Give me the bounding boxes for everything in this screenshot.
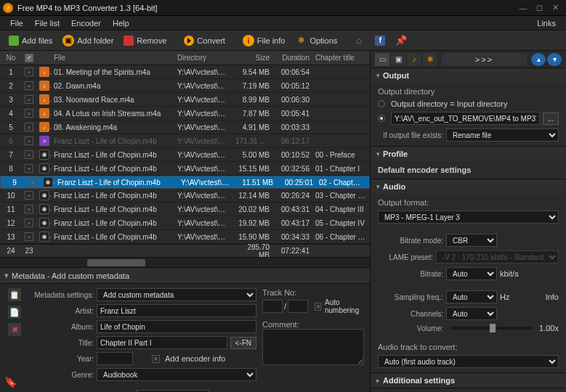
toolbar: Add files ▣Add folder Remove Convert iFi…: [0, 30, 566, 51]
bitrate-select[interactable]: Auto: [446, 267, 497, 280]
options-button[interactable]: ✻Options: [291, 33, 341, 49]
menu-file-list[interactable]: File list: [29, 19, 65, 28]
output-path-input[interactable]: [391, 112, 540, 125]
col-directory[interactable]: Directory: [174, 54, 233, 62]
output-format-select[interactable]: MP3 - MPEG-1 Layer 3: [378, 211, 559, 224]
menu-links[interactable]: Links: [531, 19, 562, 28]
table-row[interactable]: 3×♪03. Noonward Race.m4aY:\AV\vctest\m4a…: [0, 93, 370, 107]
row-checkbox[interactable]: ×: [25, 219, 33, 227]
pin-button[interactable]: 📌: [391, 33, 411, 49]
audio-track-select[interactable]: Auto (first audio track): [378, 355, 559, 368]
menu-encoder[interactable]: Encoder: [65, 19, 107, 28]
album-input[interactable]: [97, 320, 256, 333]
metadata-header[interactable]: ▾Metadata - Add custom metadata: [0, 268, 370, 284]
row-checkbox[interactable]: ×: [25, 136, 33, 145]
col-check[interactable]: ✓: [22, 53, 36, 62]
output-dir-same-radio[interactable]: [378, 100, 385, 107]
auto-numbering-checkbox[interactable]: ×: [315, 303, 321, 311]
minimize-button[interactable]: —: [515, 1, 531, 15]
fn-button[interactable]: <-FN: [230, 337, 257, 349]
file-exists-select[interactable]: Rename file: [446, 128, 559, 142]
add-files-button[interactable]: Add files: [4, 33, 57, 48]
table-row[interactable]: 8×◉Franz Liszt - Life of Chopin.m4bY:\AV…: [0, 162, 370, 176]
title-input[interactable]: [97, 336, 227, 349]
profile-section-header[interactable]: ▾Profile: [371, 147, 566, 161]
table-row[interactable]: 9×◉Franz Liszt - Life of Chopin.m4bY:\AV…: [0, 176, 370, 189]
row-checkbox[interactable]: ×: [25, 68, 33, 76]
col-chapter[interactable]: Chapter title: [312, 54, 370, 62]
panel-tab-3[interactable]: ♪: [407, 53, 421, 66]
panel-tab-4[interactable]: ✻: [423, 53, 437, 66]
clear-metadata-icon[interactable]: ✖: [8, 323, 21, 336]
table-row[interactable]: 12×◉Franz Liszt - Life of Chopin.m4bY:\A…: [0, 216, 370, 230]
horizontal-scrollbar[interactable]: [0, 257, 370, 267]
artist-input[interactable]: [97, 304, 256, 317]
year-input[interactable]: [97, 352, 133, 365]
table-row[interactable]: 13×◉Franz Liszt - Life of Chopin.m4bY:\A…: [0, 230, 370, 244]
row-checkbox[interactable]: ×: [25, 164, 33, 173]
row-checkbox[interactable]: ×: [25, 150, 33, 159]
table-row[interactable]: 7×◉Franz Liszt - Life of Chopin.m4bY:\AV…: [0, 148, 370, 162]
col-file[interactable]: File: [51, 54, 174, 62]
file-type-icon: ◉: [36, 190, 51, 200]
browse-button[interactable]: ...: [543, 113, 559, 125]
collapse-down-button[interactable]: ▾: [547, 53, 562, 66]
info-link[interactable]: Info: [546, 293, 559, 301]
table-row[interactable]: 6×≡Franz Liszt - Life of Chopin.m4bY:\AV…: [0, 134, 370, 148]
row-checkbox[interactable]: ×: [25, 109, 33, 118]
add-encoder-checkbox[interactable]: ×: [152, 355, 160, 363]
col-no[interactable]: No: [0, 54, 22, 62]
profile-value: Default encoder settings: [378, 166, 559, 174]
tag-icon[interactable]: 🔖: [4, 376, 17, 388]
row-checkbox[interactable]: ×: [25, 95, 33, 104]
file-type-icon: ♪: [36, 81, 51, 91]
file-type-icon: ♪: [36, 67, 51, 77]
volume-slider[interactable]: [450, 327, 532, 330]
info-icon: i: [243, 35, 254, 46]
panel-tab-1[interactable]: ▭: [375, 53, 389, 66]
comment-input[interactable]: [262, 329, 364, 365]
maximize-button[interactable]: ◻: [531, 1, 547, 15]
table-row[interactable]: 2×♪02. Dawn.m4aY:\AV\vctest\m4a7.19 MB00…: [0, 79, 370, 93]
track-no-input[interactable]: [262, 300, 283, 313]
paste-metadata-icon[interactable]: 📄: [8, 306, 21, 319]
close-button[interactable]: ✕: [547, 1, 563, 15]
col-duration[interactable]: Duration: [272, 54, 312, 62]
audio-section-header[interactable]: ▾Audio: [371, 179, 566, 194]
row-checkbox[interactable]: ×: [25, 232, 33, 241]
row-checkbox[interactable]: ×: [25, 81, 33, 90]
bitrate-mode-select[interactable]: CBR: [446, 234, 497, 247]
add-folder-button[interactable]: ▣Add folder: [58, 33, 118, 49]
row-checkbox[interactable]: ×: [25, 205, 33, 213]
facebook-button[interactable]: f: [371, 33, 389, 48]
row-checkbox[interactable]: ×: [25, 123, 33, 131]
menu-help[interactable]: Help: [107, 19, 135, 28]
metadata-title: Metadata - Add custom metadata: [12, 271, 129, 280]
collapse-up-button[interactable]: ▴: [531, 53, 546, 66]
metadata-settings-select[interactable]: Add custom metadata: [97, 288, 256, 301]
file-info-button[interactable]: iFile info: [238, 33, 290, 49]
track-total-input[interactable]: [288, 300, 308, 313]
col-size[interactable]: Size: [233, 54, 272, 62]
menu-file[interactable]: File: [4, 19, 29, 28]
copy-metadata-icon[interactable]: 📋: [8, 288, 21, 301]
panel-tab-2[interactable]: ▣: [391, 53, 405, 66]
home-button[interactable]: ⌂: [349, 33, 369, 49]
remove-button[interactable]: Remove: [119, 33, 171, 48]
row-checkbox[interactable]: ×: [25, 191, 33, 200]
table-row[interactable]: 1×♪01. Meeting of the Spirits.m4aY:\AV\v…: [0, 65, 370, 79]
file-type-icon: ◉: [40, 177, 54, 187]
sampling-freq-select[interactable]: Auto: [446, 290, 497, 303]
table-row[interactable]: 5×♪08. Awakening.m4aY:\AV\vctest\m4a4.91…: [0, 121, 370, 134]
channels-select[interactable]: Auto: [446, 307, 497, 320]
genre-select[interactable]: Audiobook: [97, 368, 256, 381]
output-dir-custom-radio[interactable]: [378, 115, 385, 122]
table-row[interactable]: 11×◉Franz Liszt - Life of Chopin.m4bY:\A…: [0, 203, 370, 216]
table-row[interactable]: 4×♪04. A Lotus on Irish Streams.m4aY:\AV…: [0, 107, 370, 121]
more-button[interactable]: >>>: [442, 53, 527, 66]
additional-section-header[interactable]: ▸Additional settings: [371, 373, 566, 388]
row-checkbox[interactable]: ×: [28, 178, 37, 187]
output-section-header[interactable]: ▾Output: [371, 68, 566, 83]
convert-button[interactable]: Convert: [179, 33, 230, 48]
table-row[interactable]: 10×◉Franz Liszt - Life of Chopin.m4bY:\A…: [0, 189, 370, 203]
